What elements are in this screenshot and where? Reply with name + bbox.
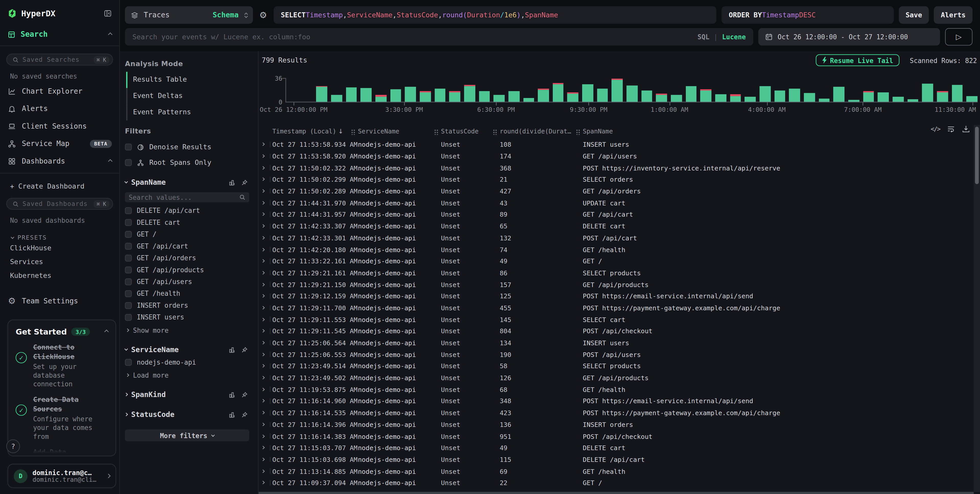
filter-value-search-input[interactable]: Search values... [125, 192, 249, 202]
row-expand-button[interactable] [259, 243, 272, 255]
chart-bar[interactable] [774, 91, 785, 102]
filter-value-option[interactable]: GET /api/orders [125, 254, 249, 262]
sidebar-item-alerts[interactable]: Alerts [0, 100, 119, 117]
checkbox[interactable] [125, 359, 132, 365]
chart-bar[interactable] [878, 93, 889, 103]
checkbox[interactable] [125, 144, 132, 151]
chart-bar[interactable] [715, 94, 726, 102]
filter-value-option[interactable]: DELETE cart [125, 218, 249, 226]
filter-section-spanname[interactable]: SpanName [125, 178, 249, 186]
chart-bar[interactable] [804, 93, 815, 102]
sidebar-item-dashboards[interactable]: Dashboards [0, 152, 119, 170]
table-row[interactable]: Oct 27 11:44:31.970 AMnodejs-demo-apiUns… [259, 197, 971, 209]
row-expand-button[interactable] [259, 372, 272, 383]
chart-bar[interactable] [937, 91, 948, 103]
row-expand-button[interactable] [259, 267, 272, 279]
sidebar-item-client-sessions[interactable]: Client Sessions [0, 118, 119, 135]
get-started-item[interactable]: ✓Connect to ClickHouseSet up your databa… [16, 343, 108, 388]
resume-live-tail-button[interactable]: Resume Live Tail [816, 54, 899, 66]
analysis-mode-option[interactable]: Event Deltas [126, 90, 249, 102]
filter-section-spankind[interactable]: SpanKind [125, 390, 249, 399]
chart-bar[interactable] [730, 94, 741, 102]
chart-bar[interactable] [331, 95, 342, 102]
sidebar-item-search[interactable]: Search [0, 24, 119, 46]
row-expand-button[interactable] [259, 150, 272, 162]
row-expand-button[interactable] [259, 360, 272, 372]
column-header[interactable]: StatusCode [441, 128, 500, 135]
table-row[interactable]: Oct 27 11:16:14.396 AMnodejs-demo-apiUns… [259, 418, 971, 430]
drag-handle-icon[interactable] [576, 129, 580, 135]
chart-bar[interactable] [390, 89, 401, 102]
filter-value-option[interactable]: INSERT users [125, 313, 249, 321]
table-row[interactable]: Oct 27 11:50:02.289 AMnodejs-demo-apiUns… [259, 185, 971, 197]
checkbox[interactable] [125, 159, 132, 166]
drag-handle-icon[interactable] [434, 129, 438, 135]
sidebar-collapse-icon[interactable] [104, 10, 112, 17]
get-started-item[interactable]: ✓Create Data SourcesConfigure where your… [16, 396, 108, 441]
row-expand-button[interactable] [259, 232, 272, 244]
source-select[interactable]: Traces Schema [125, 6, 253, 24]
chart-bar[interactable] [745, 97, 756, 102]
saved-searches-input[interactable]: Saved Searches ⌘ K [6, 54, 113, 65]
table-row[interactable]: Oct 27 11:42:20.180 AMnodejs-demo-apiUns… [259, 243, 971, 255]
row-expand-button[interactable] [259, 383, 272, 395]
chart-bar[interactable] [405, 87, 416, 103]
chart-bar[interactable] [834, 87, 845, 103]
chart-bar[interactable] [434, 89, 445, 102]
chevron-up-icon[interactable] [104, 330, 108, 334]
row-expand-button[interactable] [259, 162, 272, 173]
column-header[interactable]: SpanName [583, 128, 971, 135]
preset-item[interactable]: Kubernetes [0, 268, 119, 282]
preset-item[interactable]: Services [0, 255, 119, 268]
pin-icon[interactable] [241, 411, 248, 418]
table-row[interactable]: Oct 27 11:29:12.159 AMnodejs-demo-apiUns… [259, 290, 971, 302]
preset-item[interactable]: ClickHouse [0, 241, 119, 255]
checkbox[interactable] [125, 207, 132, 214]
orderby-query-input[interactable]: ORDER BY Timestamp DESC [721, 6, 894, 24]
chart-bar[interactable] [538, 89, 549, 102]
filter-value-option[interactable]: GET /health [125, 290, 249, 297]
sidebar-item-team-settings[interactable]: ⚙ Team Settings [0, 292, 119, 310]
table-row[interactable]: Oct 27 11:15:03.698 AMnodejs-demo-apiUns… [259, 453, 971, 465]
filter-value-option[interactable]: nodejs-demo-api [125, 358, 249, 366]
wrap-lines-icon[interactable] [947, 125, 955, 133]
checkbox[interactable] [125, 302, 132, 309]
chart-bar[interactable] [420, 91, 431, 103]
table-row[interactable]: Oct 27 11:29:21.161 AMnodejs-demo-apiUns… [259, 267, 971, 279]
select-query-input[interactable]: SELECT Timestamp,ServiceName,StatusCode,… [273, 6, 716, 24]
table-row[interactable]: Oct 27 11:13:14.885 AMnodejs-demo-apiUns… [259, 465, 971, 477]
checkbox[interactable] [125, 254, 132, 261]
chart-bar[interactable] [346, 87, 357, 102]
table-row[interactable]: Oct 27 11:25:06.553 AMnodejs-demo-apiUns… [259, 349, 971, 360]
load-more-button[interactable]: Load more [125, 371, 249, 379]
table-row[interactable]: Oct 27 11:42:33.307 AMnodejs-demo-apiUns… [259, 220, 971, 232]
row-expand-button[interactable] [259, 395, 272, 407]
analysis-mode-option[interactable]: Results Table [126, 74, 249, 86]
filter-section-statuscode[interactable]: StatusCode [125, 410, 249, 419]
table-row[interactable]: Oct 27 11:50:02.322 AMnodejs-demo-apiUns… [259, 162, 971, 173]
table-row[interactable]: Oct 27 11:23:49.502 AMnodejs-demo-apiUns… [259, 372, 971, 383]
sort-desc-icon[interactable]: ↓ [338, 128, 344, 135]
get-started-item[interactable]: Add DataStart sending [16, 448, 108, 456]
user-menu[interactable]: D dominic.tran@c… dominic.tran@cli… [7, 464, 116, 488]
chart-bar[interactable] [760, 86, 771, 102]
table-row[interactable]: Oct 27 11:16:14.383 AMnodejs-demo-apiUns… [259, 430, 971, 442]
checkbox[interactable] [125, 231, 132, 238]
lang-lucene-toggle[interactable]: Lucene [722, 33, 746, 41]
chart-bar[interactable] [317, 86, 327, 102]
horizontal-scrollbar[interactable] [259, 492, 974, 494]
scrollbar-thumb[interactable] [975, 127, 979, 184]
table-row[interactable]: Oct 27 11:16:14.960 AMnodejs-demo-apiUns… [259, 395, 971, 407]
sidebar-item-service-map[interactable]: Service Map BETA [0, 135, 119, 152]
lang-sql-toggle[interactable]: SQL [698, 33, 710, 41]
row-expand-button[interactable] [259, 290, 272, 302]
column-header[interactable]: round(divide(Durat… [500, 128, 583, 135]
row-expand-button[interactable] [259, 138, 272, 150]
checkbox[interactable] [125, 278, 132, 285]
row-expand-button[interactable] [259, 477, 272, 489]
chart-bar[interactable] [700, 89, 711, 102]
chart-toggle-icon[interactable] [229, 391, 235, 398]
analysis-mode-option[interactable]: Event Patterns [126, 106, 249, 119]
row-expand-button[interactable] [259, 302, 272, 314]
filter-value-option[interactable]: GET /api/users [125, 278, 249, 285]
